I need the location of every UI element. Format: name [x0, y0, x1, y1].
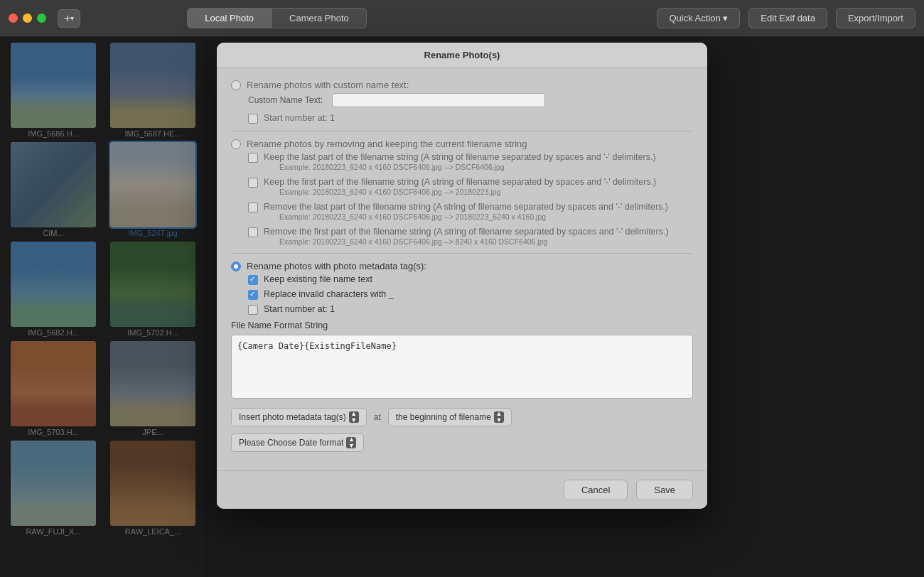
keep-first-content: Keep the first part of the filename stri… — [264, 177, 656, 196]
stepper-icon: ▲ ▼ — [349, 411, 359, 423]
keep-last-checkbox[interactable] — [248, 153, 258, 163]
export-import-label: Export/Import — [848, 13, 903, 23]
maximize-button[interactable] — [37, 14, 46, 23]
format-section: File Name Format String — [231, 320, 693, 401]
dialog-overlay: Rename Photo(s) Rename photos with custo… — [0, 37, 924, 577]
insert-label: Insert photo metadata tag(s) — [239, 412, 346, 422]
sub-options: Keep the last part of the filename strin… — [231, 152, 693, 246]
quick-action-label: Quick Action ▾ — [669, 13, 728, 23]
radio-custom-name[interactable] — [231, 80, 241, 90]
start-number-checkbox3[interactable] — [248, 305, 258, 315]
dialog-title: Rename Photo(s) — [217, 43, 707, 68]
remove-last-checkbox[interactable] — [248, 203, 258, 212]
date-stepper-icon: ▲ ▼ — [346, 437, 356, 448]
cancel-button[interactable]: Cancel — [564, 480, 628, 500]
custom-name-row: Custom Name Text: — [231, 93, 693, 107]
replace-invalid-label: Replace invalid characters with _ — [264, 289, 394, 299]
remove-first-content: Remove the first part of the filename st… — [264, 227, 669, 246]
remove-last-label: Remove the last part of the filename str… — [264, 202, 668, 212]
quick-action-button[interactable]: Quick Action ▾ — [657, 8, 740, 28]
nav-tabs: Local Photo Camera Photo — [187, 8, 367, 28]
remove-last-example: Example: 20180223_6240 x 4160 DSCF6406.j… — [264, 212, 668, 221]
export-import-button[interactable]: Export/Import — [836, 8, 915, 28]
keep-first-example: Example: 20180223_6240 x 4160 DSCF6406.j… — [264, 188, 656, 196]
divider1 — [231, 131, 693, 131]
close-button[interactable] — [9, 14, 18, 23]
start-number-label3: Start number at: 1 — [264, 304, 335, 314]
section2-radio-row[interactable]: Rename photos by removing and keeping th… — [231, 139, 693, 149]
keep-last-row[interactable]: Keep the last part of the filename strin… — [248, 152, 693, 171]
save-button[interactable]: Save — [636, 480, 693, 500]
start-number-row3[interactable]: Start number at: 1 — [248, 304, 693, 315]
format-label: File Name Format String — [231, 320, 693, 330]
keep-last-example: Example: 20180223_6240 x 4160 DSCF6406.j… — [264, 163, 656, 171]
remove-last-row[interactable]: Remove the last part of the filename str… — [248, 202, 693, 221]
traffic-lights — [9, 14, 46, 23]
date-format-label: Please Choose Date format — [239, 438, 343, 448]
section3-radio-row[interactable]: Rename photos with photo metadata tag(s)… — [231, 261, 693, 271]
insert-metadata-select[interactable]: Insert photo metadata tag(s) ▲ ▼ — [231, 408, 367, 426]
toolbar-right: Quick Action ▾ Edit Exif data Export/Imp… — [657, 8, 915, 28]
keep-last-label: Keep the last part of the filename strin… — [264, 152, 656, 162]
format-textarea[interactable] — [231, 335, 693, 399]
main-content: IMG_5686.H... IMG_5687.HE... CIM... IMG_… — [0, 37, 924, 577]
keep-existing-checkbox[interactable] — [248, 275, 258, 285]
remove-first-label: Remove the first part of the filename st… — [264, 227, 669, 237]
replace-invalid-row[interactable]: Replace invalid characters with _ — [248, 289, 693, 300]
start-number-row1: Start number at: 1 — [231, 113, 693, 124]
rename-dialog: Rename Photo(s) Rename photos with custo… — [217, 43, 707, 509]
divider2 — [231, 253, 693, 254]
title-bar: + ▾ Local Photo Camera Photo Quick Actio… — [0, 0, 924, 37]
position-label: the beginning of filename — [396, 412, 491, 422]
keep-first-checkbox[interactable] — [248, 178, 258, 188]
radio-metadata[interactable] — [231, 261, 241, 271]
radio-remove-keep[interactable] — [231, 139, 241, 149]
custom-name-input[interactable] — [332, 93, 545, 107]
plus-icon: + — [64, 12, 70, 25]
section3-label: Rename photos with photo metadata tag(s)… — [247, 261, 426, 271]
tab-camera-photo[interactable]: Camera Photo — [272, 8, 367, 28]
remove-last-content: Remove the last part of the filename str… — [264, 202, 668, 221]
minimize-button[interactable] — [23, 14, 32, 23]
insert-row: Insert photo metadata tag(s) ▲ ▼ at the … — [231, 408, 693, 426]
remove-first-checkbox[interactable] — [248, 227, 258, 237]
date-format-select[interactable]: Please Choose Date format ▲ ▼ — [231, 433, 364, 452]
keep-existing-row[interactable]: Keep existing file name text — [248, 274, 693, 285]
start-number-label1: Start number at: 1 — [264, 113, 335, 123]
edit-exif-label: Edit Exif data — [761, 13, 815, 23]
keep-last-content: Keep the last part of the filename strin… — [264, 152, 656, 171]
remove-first-row[interactable]: Remove the first part of the filename st… — [248, 227, 693, 246]
section1-group: Rename photos with custom name text: Cus… — [231, 80, 693, 124]
keep-first-row[interactable]: Keep the first part of the filename stri… — [248, 177, 693, 196]
tab-local-photo[interactable]: Local Photo — [187, 8, 272, 28]
section1-radio-row[interactable]: Rename photos with custom name text: — [231, 80, 693, 90]
section1-label: Rename photos with custom name text: — [247, 80, 409, 90]
remove-first-example: Example: 20180223_6240 x 4160 DSCF6406.j… — [264, 237, 669, 246]
position-stepper-icon: ▲ ▼ — [494, 411, 504, 423]
section2-group: Rename photos by removing and keeping th… — [231, 139, 693, 246]
edit-exif-button[interactable]: Edit Exif data — [748, 8, 827, 28]
date-format-row: Please Choose Date format ▲ ▼ — [231, 433, 693, 452]
section2-label: Rename photos by removing and keeping th… — [247, 139, 527, 149]
start-number-checkbox1[interactable] — [248, 114, 258, 124]
custom-name-label: Custom Name Text: — [248, 95, 326, 105]
dropdown-arrow-icon: ▾ — [70, 14, 74, 22]
start-number-checkbox-row[interactable]: Start number at: 1 — [248, 113, 693, 124]
section3-options: Keep existing file name text Replace inv… — [231, 274, 693, 315]
dialog-footer: Cancel Save — [217, 470, 707, 509]
add-button[interactable]: + ▾ — [58, 9, 80, 28]
replace-invalid-checkbox[interactable] — [248, 290, 258, 300]
keep-first-label: Keep the first part of the filename stri… — [264, 177, 656, 187]
section3-group: Rename photos with photo metadata tag(s)… — [231, 261, 693, 452]
at-label: at — [374, 412, 381, 422]
dialog-body: Rename photos with custom name text: Cus… — [217, 68, 707, 470]
position-select[interactable]: the beginning of filename ▲ ▼ — [388, 408, 512, 426]
keep-existing-label: Keep existing file name text — [264, 274, 372, 284]
